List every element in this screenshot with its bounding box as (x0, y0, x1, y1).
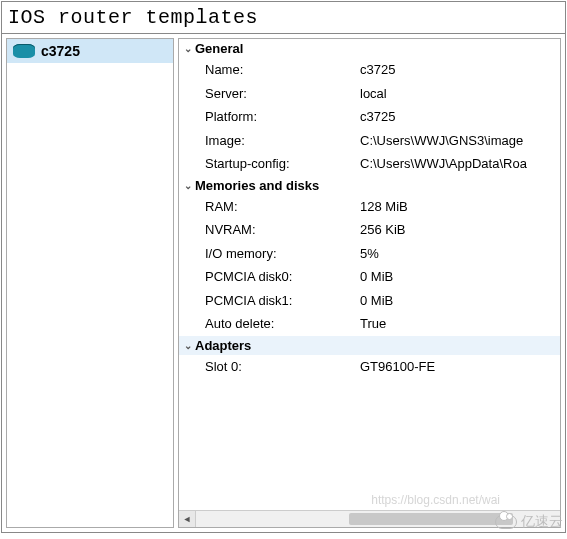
detail-panel: ⌄ General Name: c3725 Server: local Plat… (178, 38, 561, 528)
horizontal-scrollbar[interactable]: ◄ (179, 510, 560, 527)
property-key: Image: (205, 131, 360, 151)
property-row[interactable]: NVRAM: 256 KiB (179, 218, 560, 242)
watermark-url: https://blog.csdn.net/wai (371, 493, 500, 507)
property-row[interactable]: Startup-config: C:\Users\WWJ\AppData\Roa (179, 152, 560, 176)
window-frame: IOS router templates c3725 ⌄ General Nam… (1, 1, 566, 533)
section-title: Adapters (195, 338, 251, 353)
property-value: c3725 (360, 60, 556, 80)
property-row[interactable]: PCMCIA disk1: 0 MiB (179, 289, 560, 313)
section-header-adapters[interactable]: ⌄ Adapters (179, 336, 560, 355)
chevron-down-icon: ⌄ (183, 340, 193, 351)
section-header-memories[interactable]: ⌄ Memories and disks (179, 176, 560, 195)
property-value: GT96100-FE (360, 357, 556, 377)
property-row[interactable]: Auto delete: True (179, 312, 560, 336)
property-value: C:\Users\WWJ\GNS3\image (360, 131, 556, 151)
property-row[interactable]: Server: local (179, 82, 560, 106)
property-key: Server: (205, 84, 360, 104)
template-list-item[interactable]: c3725 (7, 39, 173, 63)
property-key: PCMCIA disk0: (205, 267, 360, 287)
detail-body: ⌄ General Name: c3725 Server: local Plat… (179, 39, 560, 510)
property-key: NVRAM: (205, 220, 360, 240)
property-row[interactable]: Name: c3725 (179, 58, 560, 82)
property-value: 256 KiB (360, 220, 556, 240)
chevron-down-icon: ⌄ (183, 180, 193, 191)
property-key: I/O memory: (205, 244, 360, 264)
scroll-track[interactable] (196, 511, 560, 527)
content-area: c3725 ⌄ General Name: c3725 Server: loca… (2, 34, 565, 532)
property-row[interactable]: Image: C:\Users\WWJ\GNS3\image (179, 129, 560, 153)
property-row[interactable]: Platform: c3725 (179, 105, 560, 129)
property-value: 5% (360, 244, 556, 264)
property-value: c3725 (360, 107, 556, 127)
template-list-item-label: c3725 (41, 43, 80, 59)
property-row[interactable]: I/O memory: 5% (179, 242, 560, 266)
property-key: Slot 0: (205, 357, 360, 377)
property-value: 0 MiB (360, 267, 556, 287)
scroll-left-button[interactable]: ◄ (179, 511, 196, 527)
property-key: Startup-config: (205, 154, 360, 174)
property-row[interactable]: Slot 0: GT96100-FE (179, 355, 560, 379)
property-value: 0 MiB (360, 291, 556, 311)
property-row[interactable]: RAM: 128 MiB (179, 195, 560, 219)
window-title: IOS router templates (2, 2, 565, 34)
property-row[interactable]: PCMCIA disk0: 0 MiB (179, 265, 560, 289)
section-title: General (195, 41, 243, 56)
property-key: RAM: (205, 197, 360, 217)
property-value: local (360, 84, 556, 104)
property-value: C:\Users\WWJ\AppData\Roa (360, 154, 556, 174)
property-key: Platform: (205, 107, 360, 127)
property-key: Name: (205, 60, 360, 80)
property-value: 128 MiB (360, 197, 556, 217)
property-key: Auto delete: (205, 314, 360, 334)
template-list[interactable]: c3725 (6, 38, 174, 528)
section-header-general[interactable]: ⌄ General (179, 39, 560, 58)
property-key: PCMCIA disk1: (205, 291, 360, 311)
router-icon (13, 44, 35, 58)
property-value: True (360, 314, 556, 334)
scroll-thumb[interactable] (349, 513, 513, 525)
section-title: Memories and disks (195, 178, 319, 193)
chevron-down-icon: ⌄ (183, 43, 193, 54)
